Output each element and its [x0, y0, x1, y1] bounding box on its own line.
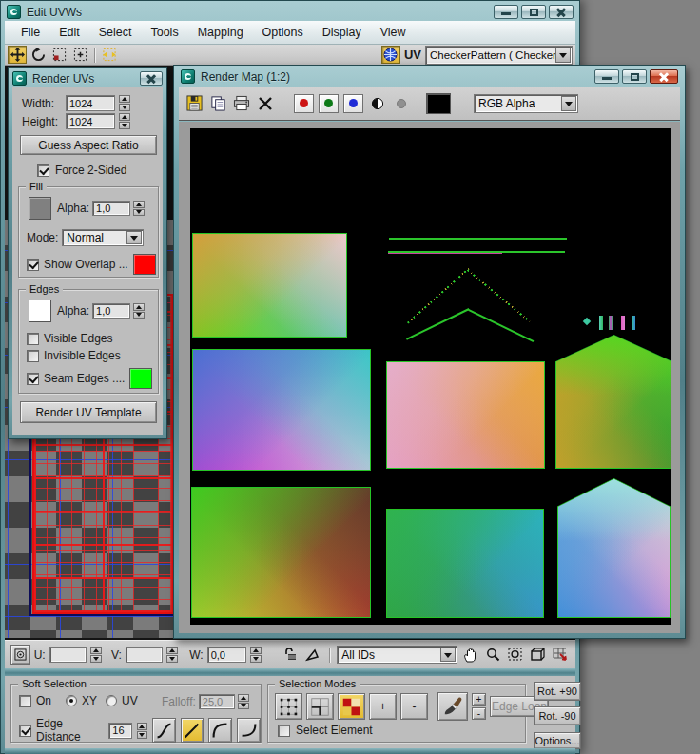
- pan-button[interactable]: [461, 646, 480, 665]
- paint-size-up-button[interactable]: +: [472, 693, 486, 706]
- blue-channel-button[interactable]: [343, 94, 363, 113]
- face-mode-button[interactable]: [338, 693, 365, 720]
- snap-toggle-button[interactable]: [551, 646, 570, 665]
- edge-distance-checkbox[interactable]: [19, 725, 31, 737]
- quick-planar-map-button[interactable]: [303, 646, 322, 665]
- grow-selection-button[interactable]: +: [369, 693, 397, 720]
- save-button[interactable]: [185, 94, 204, 113]
- render-map-titlebar[interactable]: Render Map (1:2): [181, 68, 678, 86]
- show-map-button[interactable]: [381, 46, 400, 64]
- v-spinner[interactable]: [166, 647, 178, 663]
- render-uvs-titlebar[interactable]: Render UVs: [12, 69, 163, 87]
- fill-color-swatch[interactable]: [29, 197, 51, 220]
- edge-distance-input[interactable]: 16: [108, 723, 131, 739]
- uv-radio[interactable]: [106, 695, 117, 706]
- close-button[interactable]: [549, 5, 574, 19]
- soft-selection-on-checkbox[interactable]: [19, 695, 31, 707]
- delete-button[interactable]: [256, 94, 275, 113]
- rotate-minus90-button[interactable]: Rot. -90: [534, 706, 581, 725]
- maximize-button[interactable]: [521, 5, 546, 19]
- fill-alpha-input[interactable]: 1,0: [92, 201, 130, 216]
- falloff-smooth-button[interactable]: [152, 718, 176, 743]
- print-button[interactable]: [232, 94, 251, 113]
- mirror-tool-button[interactable]: [100, 46, 119, 64]
- dropdown-arrow-icon[interactable]: [555, 48, 571, 63]
- u-spinner[interactable]: [90, 647, 102, 663]
- edge-color-swatch[interactable]: [29, 300, 51, 322]
- falloff-spinner[interactable]: [238, 694, 249, 709]
- move-tool-button[interactable]: [8, 46, 27, 64]
- absolute-mode-button[interactable]: [10, 645, 30, 665]
- options-button[interactable]: Options...: [534, 732, 581, 749]
- rotate-plus90-button[interactable]: Rot. +90: [534, 682, 581, 701]
- seam-edges-checkbox[interactable]: [27, 373, 39, 385]
- menu-options[interactable]: Options: [254, 23, 312, 42]
- paint-select-button[interactable]: [438, 692, 468, 721]
- edge-mode-button[interactable]: [306, 693, 334, 720]
- width-input[interactable]: 1024: [66, 95, 115, 111]
- rotate-tool-button[interactable]: [29, 46, 48, 64]
- height-input[interactable]: 1024: [66, 113, 115, 129]
- height-spinner[interactable]: [119, 113, 130, 129]
- menu-edit[interactable]: Edit: [50, 23, 88, 42]
- edges-alpha-input[interactable]: 1,0: [92, 303, 130, 319]
- menu-tools[interactable]: Tools: [142, 23, 186, 42]
- minimize-button[interactable]: [494, 5, 518, 19]
- pattern-dropdown[interactable]: CheckerPattern ( Checker ): [425, 46, 573, 65]
- channel-display-dropdown[interactable]: RGB Alpha: [474, 94, 578, 113]
- menu-mapping[interactable]: Mapping: [189, 23, 252, 42]
- paint-size-down-button[interactable]: -: [472, 707, 486, 720]
- render-map-maximize-button[interactable]: [622, 69, 647, 84]
- render-map-minimize-button[interactable]: [594, 69, 619, 84]
- zoom-extents-button[interactable]: [529, 646, 548, 665]
- zoom-button[interactable]: [483, 646, 502, 665]
- falloff-fast-button[interactable]: [208, 718, 232, 743]
- mode-dropdown[interactable]: Normal: [62, 229, 144, 246]
- zoom-region-button[interactable]: [506, 646, 525, 665]
- vertex-mode-button[interactable]: [275, 693, 302, 720]
- edit-uvws-titlebar[interactable]: Edit UVWs: [7, 3, 574, 21]
- menu-view[interactable]: View: [372, 23, 415, 42]
- invisible-edges-checkbox[interactable]: [27, 350, 39, 362]
- edge-distance-spinner[interactable]: [137, 723, 147, 739]
- render-map-close-button[interactable]: [650, 69, 678, 84]
- mode-dropdown-arrow-icon[interactable]: [126, 231, 142, 244]
- background-color-swatch[interactable]: [426, 93, 451, 114]
- w-spinner[interactable]: [250, 647, 262, 663]
- material-id-dropdown[interactable]: All IDs: [337, 646, 457, 664]
- channel-dropdown-arrow-icon[interactable]: [561, 96, 576, 111]
- freeform-tool-button[interactable]: [70, 46, 89, 64]
- v-input[interactable]: [126, 647, 164, 663]
- green-channel-button[interactable]: [319, 94, 339, 113]
- u-input[interactable]: [49, 647, 88, 663]
- select-element-checkbox[interactable]: [278, 725, 290, 737]
- menu-file[interactable]: File: [12, 23, 49, 42]
- monochrome-button[interactable]: [368, 94, 387, 113]
- render-uvs-close-button[interactable]: [140, 71, 163, 86]
- visible-edges-checkbox[interactable]: [27, 333, 39, 345]
- show-overlap-checkbox[interactable]: [27, 259, 39, 271]
- id-dropdown-arrow-icon[interactable]: [440, 648, 456, 662]
- copy-button[interactable]: [208, 94, 227, 113]
- falloff-linear-button[interactable]: [181, 718, 204, 743]
- uv-channel-button[interactable]: UV: [404, 48, 421, 62]
- shrink-selection-button[interactable]: -: [400, 693, 428, 720]
- falloff-slow-button[interactable]: [237, 718, 261, 743]
- edges-alpha-spinner[interactable]: [133, 303, 145, 319]
- w-input[interactable]: 0,0: [207, 647, 246, 663]
- lock-selection-button[interactable]: [281, 646, 300, 665]
- render-uv-template-button[interactable]: Render UV Template: [20, 401, 157, 423]
- fill-alpha-spinner[interactable]: [133, 201, 145, 216]
- force-2sided-checkbox[interactable]: [37, 164, 49, 177]
- overlap-color-swatch[interactable]: [133, 254, 156, 275]
- scale-tool-button[interactable]: [49, 46, 68, 64]
- width-spinner[interactable]: [119, 95, 130, 111]
- alpha-channel-button[interactable]: [392, 94, 411, 113]
- seam-color-swatch[interactable]: [129, 368, 152, 389]
- render-map-canvas[interactable]: [190, 128, 671, 625]
- red-channel-button[interactable]: [294, 94, 314, 113]
- menu-display[interactable]: Display: [314, 23, 370, 42]
- menu-select[interactable]: Select: [90, 23, 141, 42]
- guess-aspect-button[interactable]: Guess Aspect Ratio: [20, 135, 157, 155]
- xy-radio[interactable]: [66, 695, 77, 706]
